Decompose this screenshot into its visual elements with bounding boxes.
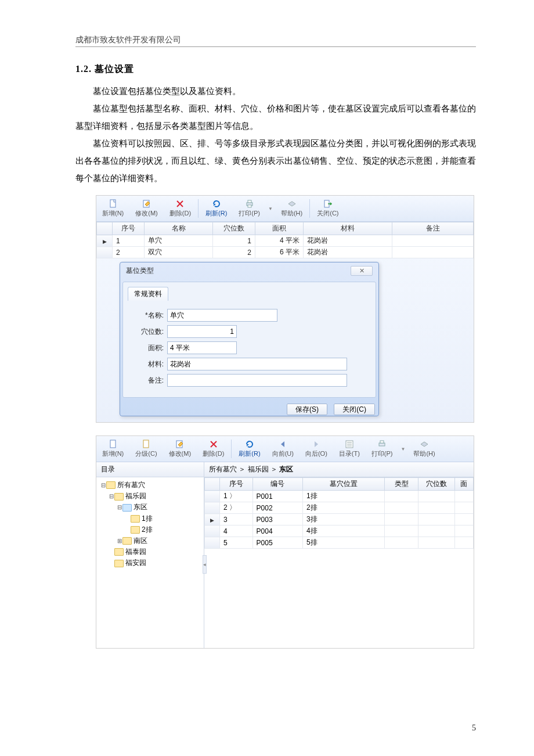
svg-rect-0 [110,200,116,207]
close-button[interactable]: 关闭(C) [311,196,344,221]
file-new-icon [109,199,118,208]
svg-rect-3 [248,200,251,203]
field-name: *名称: [128,309,371,322]
list-icon [345,440,354,449]
refresh-icon [245,440,254,449]
col-holes[interactable]: 穴位数 [213,222,255,235]
level-button[interactable]: 分级(C) [129,436,163,462]
paragraph: 墓位资料可以按照园、区、排、号等多级目录形式表现园区墓位分类图，并以可视化图例的… [75,135,476,187]
col-area[interactable]: 面积 [255,222,304,235]
next-button[interactable]: 向后(O) [300,436,333,462]
edit-icon [142,199,151,208]
new-button[interactable]: 新增(N) [96,196,129,221]
help-icon [287,199,297,208]
prev-button[interactable]: 向前(U) [266,436,300,462]
tree-title: 目录 [96,462,204,477]
material-input[interactable] [167,358,347,370]
refresh-button[interactable]: 刷新(R) [200,196,233,221]
row-current-icon: ▶ [103,239,107,244]
table-row[interactable]: ▶ 1单穴 1 4 平米 花岗岩 [97,235,474,247]
dialog-close-button[interactable]: ✕ [351,266,373,276]
help-button[interactable]: 帮助(H) [407,436,441,462]
dropdown-icon[interactable]: ▼ [399,447,408,452]
arrow-right-icon [312,440,321,449]
field-area: 面积: [128,341,371,354]
name-input[interactable] [167,309,277,322]
field-holes: 穴位数: [128,325,371,338]
paragraph: 墓位设置包括墓位类型以及墓位资料。 [75,82,476,100]
svg-rect-11 [380,441,384,443]
tree-node[interactable]: 福泰园 [108,546,201,557]
file-new-icon [109,440,118,449]
help-icon [420,440,429,449]
type-dialog: 墓位类型 ✕ 常规资料 *名称: 穴位数: 面积: 材料: [120,262,379,416]
row-current-icon: ▶ [210,517,214,523]
edit-button[interactable]: 修改(M) [129,196,164,221]
field-material: 材料: [128,358,371,370]
screenshot-type-manager: 新增(N) 修改(M) 删除(D) 刷新(R) 打印(P) ▼ [96,195,474,423]
col-material[interactable]: 材料 [304,222,392,235]
print-icon [377,440,387,449]
dropdown-icon[interactable]: ▼ [266,206,275,211]
toolbar: 新增(N) 分级(C) 修改(M) 删除(D) 刷新(R) 向前(U) 向后(O… [96,436,474,462]
svg-rect-7 [143,440,149,448]
table-row[interactable]: 4P0044排 [205,525,474,537]
new-button[interactable]: 新增(N) [96,436,129,462]
table-row[interactable]: 1 〉P0011排 [205,491,474,502]
field-remark: 备注: [128,374,371,387]
table-row[interactable]: 2 〉P0022排 [205,502,474,514]
data-grid[interactable]: 序号 编号 墓穴位置 类型 穴位数 面 1 〉P0011排 2 〉P0022排 … [204,477,474,549]
svg-rect-10 [379,443,385,446]
col-seq[interactable]: 序号 [113,222,145,235]
toc-button[interactable]: 目录(T) [333,436,366,462]
table-row[interactable]: 5P0055排 [205,537,474,549]
breadcrumb: 所有墓穴 ＞ 福乐园 ＞ 东区 [204,462,474,477]
table-row[interactable]: ▶3P0033排 [205,514,474,525]
delete-button[interactable]: 删除(D) [164,196,197,221]
refresh-icon [212,199,221,208]
svg-rect-6 [110,440,116,448]
tree-node[interactable]: 福安园 [108,557,201,568]
company-header: 成都市致友软件开发有限公司 [75,35,476,45]
refresh-button[interactable]: 刷新(R) [233,436,266,462]
section-heading: 1.2. 墓位设置 [75,63,476,75]
print-icon [245,199,254,208]
remark-input[interactable] [167,374,347,387]
tree-leaf[interactable]: 2排 [124,524,201,535]
print-button[interactable]: 打印(P) [233,196,266,221]
col-name[interactable]: 名称 [145,222,213,235]
tree-node[interactable]: ⊞南区 [116,535,201,546]
exit-icon [323,199,333,208]
dialog-close-button2[interactable]: 关闭(C) [334,404,375,415]
area-input[interactable] [167,341,237,354]
table-row[interactable]: 2双穴 2 6 平米 花岗岩 [97,247,474,258]
type-grid[interactable]: 序号 名称 穴位数 面积 材料 备注 ▶ 1单穴 1 4 平米 花岗岩 2双穴 … [96,222,474,258]
level-icon [142,440,151,449]
delete-icon [209,440,218,449]
delete-icon [175,199,185,208]
splitter-handle[interactable]: ◂ [203,555,207,574]
print-button[interactable]: 打印(P) [366,436,399,462]
save-button[interactable]: 保存(S) [287,404,327,415]
svg-rect-4 [248,205,251,207]
edit-button[interactable]: 修改(M) [163,436,197,462]
header-rule [75,46,476,47]
col-remark[interactable]: 备注 [392,222,474,235]
edit-icon [175,440,185,449]
help-button[interactable]: 帮助(H) [275,196,308,221]
arrow-left-icon [278,440,287,449]
screenshot-data-manager: 新增(N) 分级(C) 修改(M) 删除(D) 刷新(R) 向前(U) 向后(O… [96,435,474,649]
delete-button[interactable]: 删除(D) [197,436,230,462]
tree-pane: 目录 ⊟所有墓穴 ⊟福乐园 ⊟东区 1排 2排 [96,462,204,648]
toolbar: 新增(N) 修改(M) 删除(D) 刷新(R) 打印(P) ▼ [96,196,474,222]
tab-general[interactable]: 常规资料 [128,287,168,301]
holes-input[interactable] [167,325,237,338]
directory-tree[interactable]: ⊟所有墓穴 ⊟福乐园 ⊟东区 1排 2排 [96,477,204,571]
dialog-title: 墓位类型 [126,266,154,276]
paragraph: 墓位墓型包括墓型名称、面积、材料、穴位、价格和图片等，使在墓区设置完成后可以查看… [75,100,476,135]
page-number: 5 [472,723,476,733]
tree-leaf[interactable]: 1排 [124,513,201,524]
